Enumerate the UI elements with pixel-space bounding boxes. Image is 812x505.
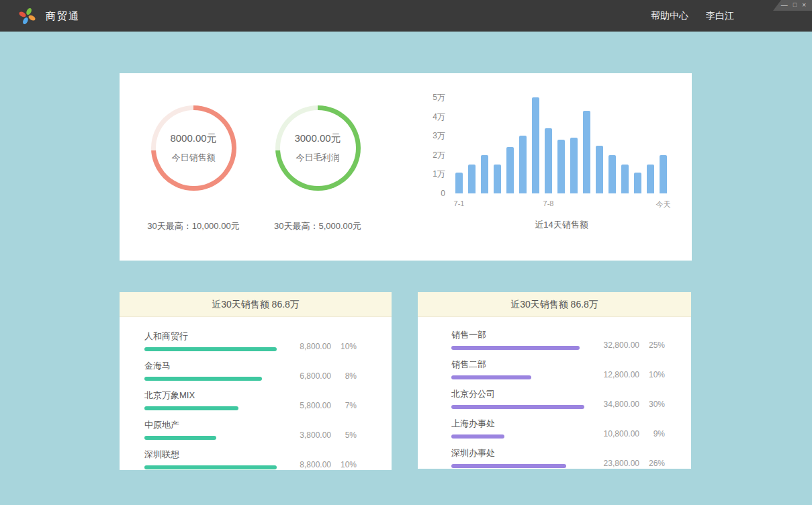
close-button[interactable]: × xyxy=(802,2,806,9)
rank-row-bar xyxy=(144,347,277,351)
topbar-links: 帮助中心 李白江 xyxy=(651,0,734,32)
window-controls: — □ × xyxy=(773,0,812,11)
sales-bar-chart: 5万4万3万2万1万0 7-17-8今天 近14天销售额 xyxy=(418,97,668,231)
rank-row: 上海办事处10,800.009% xyxy=(451,418,665,439)
rank-row: 金海马6,800.008% xyxy=(144,360,357,381)
rank-row: 销售二部12,800.0010% xyxy=(451,359,665,379)
rank-row-bar xyxy=(144,465,277,469)
rank-row-percent: 10% xyxy=(639,370,665,379)
y-tick-label: 4万 xyxy=(433,113,445,122)
chart-y-axis: 5万4万3万2万1万0 xyxy=(418,97,445,193)
rank-row-amount: 8,800.00 xyxy=(283,342,331,351)
customer-rank-card: 近30天销售额 86.8万 人和商贸行8,800.0010%金海马6,800.0… xyxy=(120,292,392,470)
y-tick-label: 2万 xyxy=(433,151,445,160)
x-tick-label: 今天 xyxy=(656,199,671,210)
rank-row-bar xyxy=(144,377,262,381)
rank-row-bar xyxy=(451,346,580,350)
rank-row-label: 深圳联想 xyxy=(144,449,277,461)
rank-row-amount: 6,800.00 xyxy=(283,371,331,381)
department-rank-list: 销售一部32,800.0025%销售二部12,800.0010%北京分公司34,… xyxy=(418,317,691,468)
rank-row-amount: 34,800.00 xyxy=(591,400,639,409)
y-tick-label: 0 xyxy=(441,189,445,198)
today-sales-value: 8000.00元 xyxy=(170,132,216,145)
rank-row-amount: 10,800.00 xyxy=(591,429,639,439)
overview-card: 8000.00元 今日销售额 30天最高：10,000.00元 3000.00元… xyxy=(120,73,692,261)
sales-bar xyxy=(481,155,488,193)
rank-row-amount: 32,800.00 xyxy=(591,340,639,350)
rank-row-percent: 7% xyxy=(331,401,357,410)
rank-row-label: 销售一部 xyxy=(451,329,580,341)
today-profit-label: 今日毛利润 xyxy=(296,152,340,164)
chart-plot: 7-17-8今天 xyxy=(455,97,668,209)
sales-bar xyxy=(506,147,514,193)
today-sales-gauge: 8000.00元 今日销售额 30天最高：10,000.00元 xyxy=(136,105,251,232)
rank-row-amount: 3,800.00 xyxy=(283,430,331,440)
today-profit-ring: 3000.00元 今日毛利润 xyxy=(275,105,361,191)
user-name-link[interactable]: 李白江 xyxy=(706,10,734,22)
rank-row-amount: 23,800.00 xyxy=(591,459,639,468)
rank-row-percent: 10% xyxy=(331,342,357,351)
sales-bar xyxy=(647,165,654,193)
rank-row-amount: 5,800.00 xyxy=(283,401,331,410)
today-sales-label: 今日销售额 xyxy=(172,152,216,164)
rank-row-label: 上海办事处 xyxy=(451,418,504,430)
department-rank-card: 近30天销售额 86.8万 销售一部32,800.0025%销售二部12,800… xyxy=(418,292,691,469)
today-profit-max: 30天最高：5,000.00元 xyxy=(261,220,375,232)
customer-rank-header: 近30天销售额 86.8万 xyxy=(120,292,392,317)
today-sales-max: 30天最高：10,000.00元 xyxy=(136,220,251,232)
app-title: 商贸通 xyxy=(46,0,80,32)
rank-row-percent: 10% xyxy=(331,460,357,469)
rank-row-label: 中原地产 xyxy=(144,419,216,431)
minimize-button[interactable]: — xyxy=(781,2,788,9)
rank-row-label: 销售二部 xyxy=(451,359,531,371)
sales-bar xyxy=(468,165,476,193)
rank-row: 人和商贸行8,800.0010% xyxy=(144,330,357,351)
rank-row-percent: 8% xyxy=(331,371,357,381)
rank-row-bar xyxy=(451,434,504,439)
x-tick-label: 7-8 xyxy=(543,199,554,208)
rank-row-percent: 9% xyxy=(639,429,665,439)
sales-bar xyxy=(557,140,565,193)
chart-caption: 近14天销售额 xyxy=(455,219,668,231)
sales-bar xyxy=(621,165,629,193)
y-tick-label: 1万 xyxy=(433,170,445,179)
rank-row: 深圳办事处23,800.0026% xyxy=(451,447,665,468)
help-center-link[interactable]: 帮助中心 xyxy=(651,10,688,22)
title-bar: 商贸通 帮助中心 李白江 — □ × xyxy=(0,0,812,32)
dashboard-content: 8000.00元 今日销售额 30天最高：10,000.00元 3000.00元… xyxy=(0,32,812,505)
rank-row-percent: 26% xyxy=(639,459,665,468)
sales-bar xyxy=(660,155,667,193)
sales-bar xyxy=(583,111,590,193)
rank-row-bar xyxy=(144,436,216,440)
rank-row-bar xyxy=(451,405,584,409)
app-window: 商贸通 帮助中心 李白江 — □ × 8000.00元 今日销售额 30天最高：… xyxy=(0,0,812,505)
rank-row-percent: 5% xyxy=(331,430,357,440)
chart-bars xyxy=(455,97,668,193)
rank-row: 中原地产3,800.005% xyxy=(144,419,357,440)
today-profit-gauge: 3000.00元 今日毛利润 30天最高：5,000.00元 xyxy=(261,105,375,232)
rank-row-label: 人和商贸行 xyxy=(144,330,277,342)
sales-bar xyxy=(596,146,603,194)
y-tick-label: 3万 xyxy=(433,132,445,140)
sales-bar xyxy=(570,138,578,193)
chart-x-axis: 7-17-8今天 xyxy=(455,199,668,209)
rank-row-bar xyxy=(451,464,566,468)
sales-bar xyxy=(455,173,463,193)
sales-bar xyxy=(494,165,501,193)
sales-bar xyxy=(532,97,539,193)
app-logo-icon xyxy=(18,7,36,25)
rank-row-bar xyxy=(451,375,531,379)
sales-bar xyxy=(634,173,641,193)
y-tick-label: 5万 xyxy=(433,93,445,102)
sales-bar xyxy=(545,128,552,193)
rank-row-label: 金海马 xyxy=(144,360,262,372)
rank-row-amount: 12,800.00 xyxy=(591,370,639,379)
rank-row-percent: 30% xyxy=(639,400,665,409)
customer-rank-list: 人和商贸行8,800.0010%金海马6,800.008%北京万象MIX5,80… xyxy=(120,317,392,469)
rank-row-percent: 25% xyxy=(639,340,665,350)
sales-bar xyxy=(608,155,616,193)
sales-bar xyxy=(519,136,527,193)
rank-row-bar xyxy=(144,406,238,410)
maximize-button[interactable]: □ xyxy=(793,2,797,8)
rank-row: 深圳联想8,800.0010% xyxy=(144,449,357,469)
